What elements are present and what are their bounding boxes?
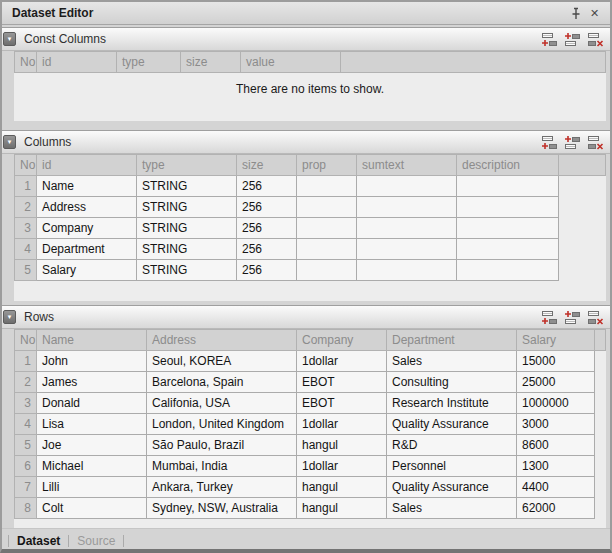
cell[interactable]: Department (37, 239, 137, 260)
column-header[interactable]: id (37, 155, 137, 176)
cell[interactable]: Sales (387, 498, 517, 519)
insert-row-icon[interactable] (563, 134, 581, 150)
column-header[interactable]: size (181, 52, 241, 73)
row-number[interactable]: 1 (15, 351, 37, 372)
cell[interactable]: STRING (137, 218, 237, 239)
cell[interactable]: Donald (37, 393, 147, 414)
cell[interactable]: 1dollar (297, 351, 387, 372)
cell[interactable]: Sydney, NSW, Australia (147, 498, 297, 519)
cell[interactable]: Lilli (37, 477, 147, 498)
row-number[interactable]: 3 (15, 218, 37, 239)
column-header[interactable]: description (457, 155, 559, 176)
cell[interactable]: 3000 (517, 414, 595, 435)
cell[interactable] (457, 218, 559, 239)
cell[interactable]: 4400 (517, 477, 595, 498)
add-row-icon[interactable] (540, 134, 558, 150)
cell[interactable]: Ankara, Turkey (147, 477, 297, 498)
cell[interactable]: R&D (387, 435, 517, 456)
cell[interactable] (357, 218, 457, 239)
cell[interactable]: John (37, 351, 147, 372)
tab-source[interactable]: Source (70, 534, 122, 548)
pin-icon[interactable] (566, 5, 585, 22)
row-number[interactable]: 3 (15, 393, 37, 414)
cell[interactable]: Michael (37, 456, 147, 477)
column-header[interactable]: Salary (517, 330, 595, 351)
cell[interactable] (357, 176, 457, 197)
cell[interactable]: Salary (37, 260, 137, 281)
delete-row-icon[interactable] (586, 134, 604, 150)
cell[interactable]: Personnel (387, 456, 517, 477)
column-header[interactable]: Address (147, 330, 297, 351)
row-number[interactable]: 5 (15, 435, 37, 456)
cell[interactable] (357, 239, 457, 260)
cell[interactable]: Quality Assurance (387, 477, 517, 498)
column-header[interactable]: value (241, 52, 341, 73)
cell[interactable]: STRING (137, 260, 237, 281)
column-header[interactable]: Name (37, 330, 147, 351)
cell[interactable] (297, 218, 357, 239)
delete-row-icon[interactable] (586, 309, 604, 325)
row-number[interactable]: 6 (15, 456, 37, 477)
cell[interactable]: 1000000 (517, 393, 595, 414)
cell[interactable]: 62000 (517, 498, 595, 519)
column-header[interactable]: Company (297, 330, 387, 351)
cell[interactable]: Califonia, USA (147, 393, 297, 414)
row-number[interactable]: 7 (15, 477, 37, 498)
insert-row-icon[interactable] (563, 309, 581, 325)
row-number[interactable]: 4 (15, 239, 37, 260)
insert-row-icon[interactable] (563, 31, 581, 47)
cell[interactable]: 256 (237, 260, 297, 281)
cell[interactable]: EBOT (297, 372, 387, 393)
cell[interactable]: hangul (297, 477, 387, 498)
row-number[interactable]: 4 (15, 414, 37, 435)
cell[interactable]: 1dollar (297, 456, 387, 477)
cell[interactable]: 8600 (517, 435, 595, 456)
cell[interactable] (357, 260, 457, 281)
cell[interactable]: Name (37, 176, 137, 197)
column-header[interactable]: type (137, 155, 237, 176)
cell[interactable]: 256 (237, 218, 297, 239)
cell[interactable] (457, 260, 559, 281)
delete-row-icon[interactable] (586, 31, 604, 47)
cell[interactable]: James (37, 372, 147, 393)
cell[interactable]: Colt (37, 498, 147, 519)
cell[interactable]: 1dollar (297, 414, 387, 435)
collapse-icon[interactable]: ▾ (3, 32, 16, 46)
add-row-icon[interactable] (540, 31, 558, 47)
cell[interactable]: 25000 (517, 372, 595, 393)
collapse-icon[interactable]: ▾ (3, 135, 16, 149)
cell[interactable] (457, 239, 559, 260)
column-header[interactable]: id (37, 52, 117, 73)
column-header[interactable]: type (117, 52, 181, 73)
cell[interactable]: STRING (137, 197, 237, 218)
tab-dataset[interactable]: Dataset (10, 534, 67, 548)
cell[interactable]: hangul (297, 435, 387, 456)
cell[interactable] (357, 197, 457, 218)
cell[interactable] (457, 197, 559, 218)
column-header[interactable]: prop (297, 155, 357, 176)
column-header[interactable]: sumtext (357, 155, 457, 176)
cell[interactable]: Seoul, KOREA (147, 351, 297, 372)
cell[interactable]: STRING (137, 239, 237, 260)
cell[interactable]: 256 (237, 176, 297, 197)
column-header[interactable]: Department (387, 330, 517, 351)
cell[interactable]: 1300 (517, 456, 595, 477)
cell[interactable]: Research Institute (387, 393, 517, 414)
cell[interactable]: Sales (387, 351, 517, 372)
column-header[interactable]: size (237, 155, 297, 176)
cell[interactable]: Mumbai, India (147, 456, 297, 477)
cell[interactable]: Lisa (37, 414, 147, 435)
cell[interactable]: Consulting (387, 372, 517, 393)
cell[interactable] (457, 176, 559, 197)
collapse-icon[interactable]: ▾ (3, 310, 16, 324)
row-number[interactable]: 5 (15, 260, 37, 281)
row-number[interactable]: 8 (15, 498, 37, 519)
cell[interactable]: Company (37, 218, 137, 239)
cell[interactable]: Barcelona, Spain (147, 372, 297, 393)
row-number[interactable]: 2 (15, 372, 37, 393)
close-icon[interactable]: ✕ (585, 5, 604, 22)
cell[interactable]: London, United Kingdom (147, 414, 297, 435)
cell[interactable] (297, 239, 357, 260)
cell[interactable]: Joe (37, 435, 147, 456)
cell[interactable] (297, 260, 357, 281)
